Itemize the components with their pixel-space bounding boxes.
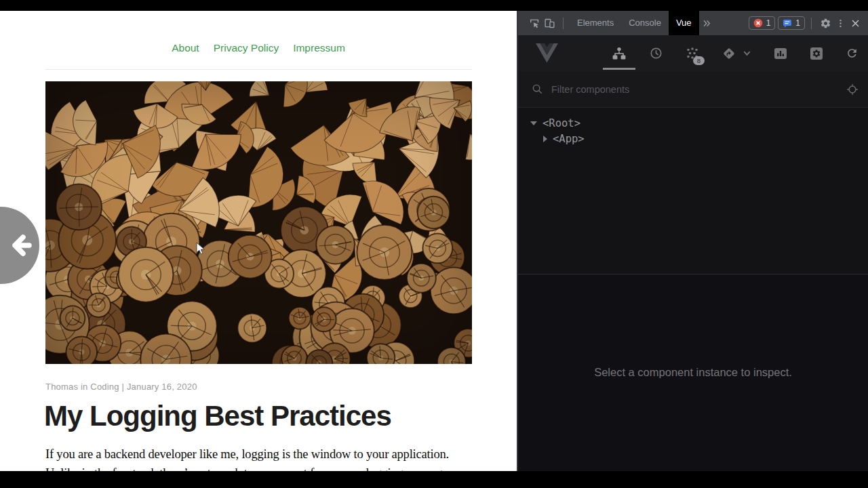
letterbox-top	[0, 0, 868, 11]
separator	[563, 18, 564, 29]
nav-link-privacy-policy[interactable]: Privacy Policy	[214, 42, 279, 54]
error-icon	[753, 18, 763, 28]
paragraph-line-1: If you are a backend developer like me, …	[45, 445, 485, 464]
message-count: 1	[795, 18, 800, 28]
article-paragraph: If you are a backend developer like me, …	[45, 445, 485, 471]
firewood-photo	[45, 81, 472, 364]
component-filter-row	[518, 71, 868, 108]
nav-link-about[interactable]: About	[172, 42, 199, 54]
vue-toolbar-icons: 8	[612, 46, 859, 61]
arrow-left-icon	[0, 207, 39, 284]
tab-vue[interactable]: Vue	[669, 11, 699, 35]
refresh-icon[interactable]	[846, 47, 859, 60]
close-icon[interactable]	[848, 14, 863, 32]
plugins-dots-icon[interactable]: 8	[686, 47, 699, 60]
kebab-menu-icon[interactable]	[833, 14, 848, 32]
paragraph-line-2: Unlike in the frontend, there’s not much…	[45, 464, 485, 472]
more-tabs-icon[interactable]	[699, 14, 714, 32]
tree-node-app-label: <App>	[553, 133, 585, 145]
article-hero-image	[45, 81, 472, 364]
plugin-count-badge: 8	[693, 56, 705, 65]
article-meta: Thomas in Coding | January 16, 2020	[45, 382, 197, 392]
error-count: 1	[766, 18, 771, 28]
inspect-element-icon[interactable]	[527, 14, 542, 32]
inspector-pane: Select a component instance to inspect.	[518, 274, 868, 470]
blog-page: About Privacy Policy Impressum Thomas in…	[0, 11, 517, 471]
nav-link-impressum[interactable]: Impressum	[293, 42, 345, 54]
mouse-cursor	[196, 242, 205, 255]
search-icon	[532, 83, 543, 95]
expander-open-icon[interactable]	[530, 121, 537, 125]
tab-elements[interactable]: Elements	[570, 11, 621, 35]
header-divider	[45, 69, 472, 70]
expander-closed-icon[interactable]	[543, 136, 547, 142]
device-toolbar-icon[interactable]	[542, 14, 557, 32]
vue-logo	[536, 43, 558, 63]
devtools-panel: Elements Console Vue 1	[517, 11, 868, 471]
performance-tab-icon[interactable]	[774, 47, 787, 60]
tree-node-root-label: <Root>	[542, 117, 580, 129]
console-message-badge[interactable]: 1	[778, 16, 805, 30]
screen: About Privacy Policy Impressum Thomas in…	[0, 0, 868, 488]
tree-node-app[interactable]: <App>	[518, 131, 868, 146]
select-component-target-icon[interactable]	[846, 83, 859, 96]
tree-node-root[interactable]: <Root>	[518, 115, 868, 131]
separator	[811, 18, 812, 29]
devtools-tabbar: Elements Console Vue 1	[518, 11, 868, 35]
message-icon	[783, 18, 792, 28]
inspector-hint: Select a component instance to inspect.	[594, 366, 792, 379]
article-title: My Logging Best Practices	[44, 400, 391, 432]
history-timeline-icon[interactable]	[649, 46, 663, 60]
vue-settings-gear-icon[interactable]	[810, 47, 823, 60]
letterbox-bottom	[0, 471, 868, 488]
components-tab-icon[interactable]	[612, 47, 627, 60]
back-button[interactable]	[0, 207, 39, 284]
settings-gear-icon[interactable]	[818, 14, 833, 32]
error-badge[interactable]: 1	[749, 16, 776, 30]
chevron-down-icon[interactable]	[743, 49, 751, 58]
component-tree: <Root> <App>	[518, 108, 868, 274]
vue-toolbar: 8	[518, 35, 868, 71]
tab-console[interactable]: Console	[621, 11, 669, 35]
router-tab-icon[interactable]	[722, 46, 736, 61]
blog-nav: About Privacy Policy Impressum	[0, 42, 517, 54]
filter-components-input[interactable]	[550, 83, 840, 96]
